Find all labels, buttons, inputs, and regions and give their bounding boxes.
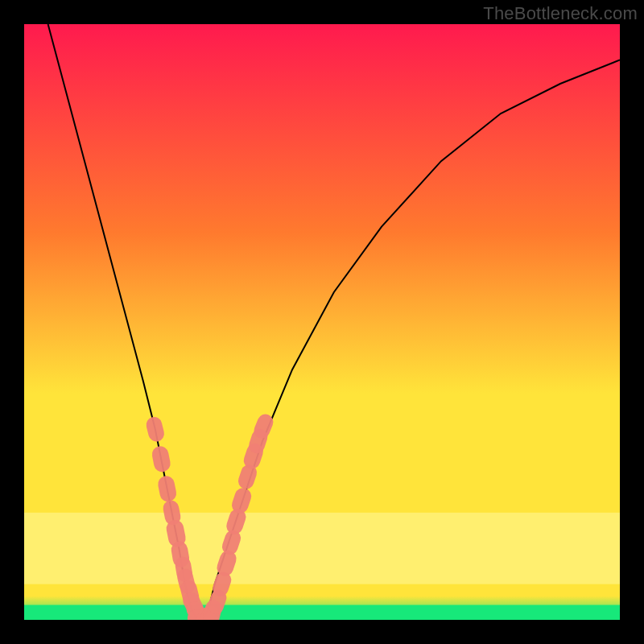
chart-frame: TheBottleneck.com <box>0 0 644 644</box>
green-strip <box>24 605 620 621</box>
plot-area <box>24 24 620 620</box>
chart-svg <box>24 24 620 620</box>
pale-band <box>24 513 620 584</box>
watermark-text: TheBottleneck.com <box>483 3 638 24</box>
